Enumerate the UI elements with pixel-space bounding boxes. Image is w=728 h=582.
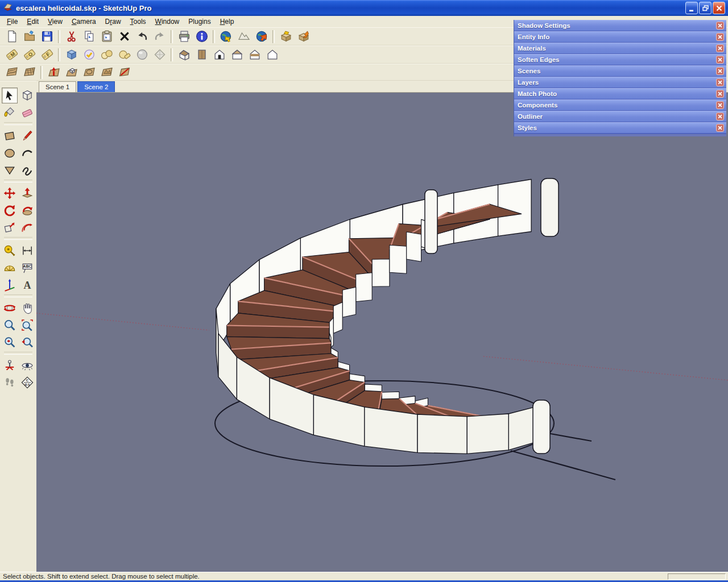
tag-m-button[interactable]: M <box>3 47 20 63</box>
title-bar[interactable]: escalera helicoidal.skp - SketchUp Pro <box>0 0 728 16</box>
panel-bar-entity-info[interactable]: Entity Info <box>514 31 726 43</box>
menu-draw[interactable]: Draw <box>101 16 126 27</box>
restore-button[interactable] <box>699 2 712 14</box>
add-detail-button[interactable] <box>98 64 115 80</box>
push-pull-tool-button[interactable] <box>19 185 35 201</box>
panel-bar-scenes[interactable]: Scenes <box>514 65 726 77</box>
zoom-tool-button[interactable] <box>2 317 18 333</box>
view-back-button[interactable] <box>246 47 263 63</box>
make-component-tool-button[interactable] <box>19 88 35 103</box>
rotate-tool-button[interactable] <box>2 202 18 218</box>
materials-close-button[interactable] <box>716 44 724 52</box>
cut-button[interactable] <box>63 28 80 44</box>
validity-check-button[interactable] <box>80 47 98 63</box>
menu-camera[interactable]: Camera <box>67 16 101 27</box>
eraser-tool-button[interactable] <box>19 105 35 120</box>
freehand-tool-button[interactable] <box>19 162 35 178</box>
tag-o-button[interactable]: O <box>20 47 38 63</box>
panel-bar-layers[interactable]: Layers <box>514 77 726 88</box>
panel-bar-components[interactable]: Components <box>514 99 726 111</box>
line-tool-button[interactable] <box>19 128 35 144</box>
orbit-tool-button[interactable] <box>2 300 18 316</box>
menu-view[interactable]: View <box>43 16 67 27</box>
flip-edge-button[interactable] <box>115 64 133 80</box>
sandbox-from-contours-button[interactable] <box>3 64 20 80</box>
move-tool-button[interactable] <box>2 185 18 201</box>
section-plane-tool-button[interactable]: CR-5 <box>19 375 35 390</box>
select-tool-button[interactable] <box>2 88 18 103</box>
redo-button[interactable] <box>151 28 168 44</box>
measurements-box[interactable] <box>668 573 726 580</box>
reverse-faces-button[interactable] <box>98 47 115 63</box>
menu-help[interactable]: Help <box>216 16 239 27</box>
undo-button[interactable] <box>133 28 151 44</box>
smoove-button[interactable] <box>45 64 63 80</box>
print-button[interactable] <box>175 28 193 44</box>
paint-bucket-tool-button[interactable] <box>2 105 18 120</box>
outliner-close-button[interactable] <box>716 113 724 120</box>
stamp-button[interactable] <box>63 64 80 80</box>
photo-textures-button[interactable] <box>253 28 270 44</box>
polygon-tool-button[interactable] <box>2 162 18 178</box>
model-info-button[interactable] <box>193 28 210 44</box>
look-around-tool-button[interactable] <box>19 357 35 373</box>
save-button[interactable] <box>38 28 56 44</box>
view-left-button[interactable] <box>263 47 281 63</box>
view-front-button[interactable] <box>210 47 228 63</box>
panel-bar-shadow-settings[interactable]: Shadow Settings <box>514 20 726 31</box>
menu-tools[interactable]: Tools <box>126 16 151 27</box>
arc-tool-button[interactable] <box>19 145 35 161</box>
viewport-canvas[interactable] <box>36 93 728 572</box>
panel-bar-outliner[interactable]: Outliner <box>514 111 726 122</box>
3d-text-tool-button[interactable]: A <box>19 277 35 293</box>
menu-edit[interactable]: Edit <box>22 16 43 27</box>
walk-tool-button[interactable] <box>2 375 18 390</box>
tag-f-button[interactable]: F <box>38 47 56 63</box>
zoom-extents-tool-button[interactable] <box>2 334 18 350</box>
match-photo-close-button[interactable] <box>716 90 724 98</box>
menu-plugins[interactable]: Plugins <box>184 16 215 27</box>
panel-bar-materials[interactable]: Materials <box>514 43 726 54</box>
soften-edges-close-button[interactable] <box>716 56 724 64</box>
component-cube-button[interactable] <box>63 47 80 63</box>
panel-bar-soften-edges[interactable]: Soften Edges <box>514 54 726 65</box>
text-tool-button[interactable]: ABC <box>19 260 35 276</box>
close-button[interactable] <box>713 2 725 14</box>
paste-button[interactable] <box>98 28 115 44</box>
follow-me-tool-button[interactable] <box>19 202 35 218</box>
open-button[interactable] <box>20 28 38 44</box>
sphere-tool-button[interactable] <box>133 47 151 63</box>
styles-close-button[interactable] <box>716 124 724 132</box>
position-camera-tool-button[interactable] <box>2 357 18 373</box>
circle-tool-button[interactable] <box>2 145 18 161</box>
erase-button[interactable] <box>115 28 133 44</box>
get-current-view-button[interactable] <box>217 28 235 44</box>
axes-tool-button[interactable] <box>2 277 18 293</box>
sandbox-from-scratch-button[interactable] <box>20 64 38 80</box>
pan-tool-button[interactable] <box>19 300 35 316</box>
panel-bar-styles[interactable]: Styles <box>514 122 726 134</box>
minimize-button[interactable] <box>685 2 698 14</box>
toggle-terrain-button[interactable] <box>235 28 253 44</box>
layers-close-button[interactable] <box>716 78 724 86</box>
drape-button[interactable] <box>80 64 98 80</box>
entity-info-close-button[interactable] <box>716 33 724 41</box>
protractor-tool-button[interactable] <box>2 260 18 276</box>
rectangle-tool-button[interactable] <box>2 128 18 144</box>
scene-tab-2[interactable]: Scene 2 <box>77 81 115 92</box>
scene-tab-1[interactable]: Scene 1 <box>39 81 76 92</box>
view-right-button[interactable] <box>228 47 246 63</box>
scenes-close-button[interactable] <box>716 67 724 75</box>
panel-bar-match-photo[interactable]: Match Photo <box>514 88 726 99</box>
menu-file[interactable]: File <box>2 16 22 27</box>
zoom-previous-tool-button[interactable] <box>19 334 35 350</box>
soften-edges-button[interactable] <box>151 47 168 63</box>
tape-measure-tool-button[interactable] <box>2 243 18 259</box>
get-models-button[interactable] <box>277 28 295 44</box>
menu-window[interactable]: Window <box>151 16 184 27</box>
share-model-button[interactable] <box>295 28 312 44</box>
view-iso-button[interactable] <box>175 47 193 63</box>
zoom-window-tool-button[interactable] <box>19 317 35 333</box>
dimension-tool-button[interactable] <box>19 243 35 259</box>
new-button[interactable] <box>3 28 20 44</box>
